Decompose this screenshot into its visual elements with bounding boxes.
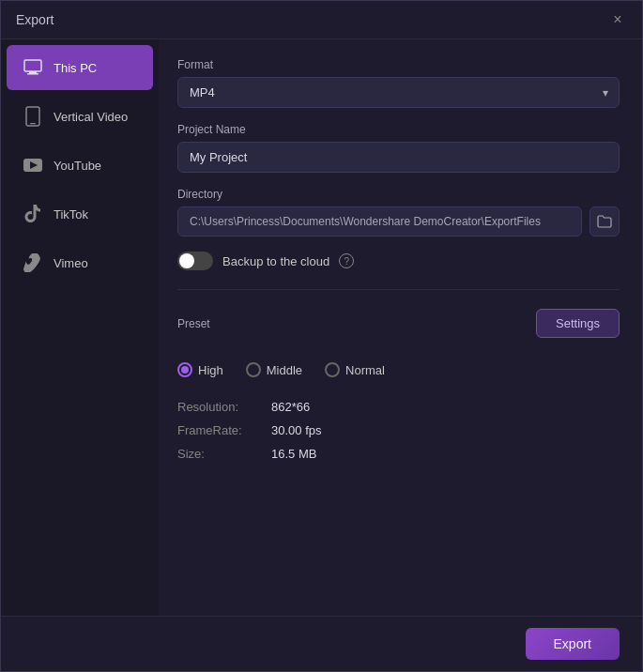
project-name-input[interactable] [177, 142, 620, 173]
backup-label: Backup to the cloud [222, 254, 329, 268]
sidebar-item-vimeo[interactable]: Vimeo [7, 240, 153, 285]
stats-section: Resolution: 862*66 FrameRate: 30.00 fps … [177, 400, 620, 461]
settings-button[interactable]: Settings [536, 309, 620, 338]
resolution-key: Resolution: [177, 400, 271, 414]
vimeo-icon [22, 252, 44, 274]
project-name-label: Project Name [177, 123, 620, 136]
directory-group: Directory [177, 188, 620, 237]
preset-radio-group: High Middle Normal [177, 362, 620, 377]
sidebar: This PC Vertical Video [1, 39, 159, 616]
preset-option-middle[interactable]: Middle [246, 362, 302, 377]
radio-normal [325, 362, 340, 377]
sidebar-label-this-pc: This PC [54, 61, 97, 75]
main-layout: This PC Vertical Video [1, 39, 642, 616]
preset-option-high[interactable]: High [177, 362, 223, 377]
svg-rect-1 [29, 71, 37, 73]
preset-normal-label: Normal [345, 363, 385, 377]
directory-input[interactable] [177, 206, 582, 237]
backup-row: Backup to the cloud ? [177, 252, 620, 270]
sidebar-label-vimeo: Vimeo [54, 256, 88, 270]
directory-label: Directory [177, 188, 620, 201]
size-row: Size: 16.5 MB [177, 447, 620, 461]
size-value: 16.5 MB [271, 447, 316, 461]
project-name-group: Project Name [177, 123, 620, 173]
sidebar-item-vertical-video[interactable]: Vertical Video [7, 94, 153, 139]
export-button[interactable]: Export [526, 628, 620, 660]
sidebar-item-youtube[interactable]: YouTube [7, 143, 153, 188]
export-window: Export × This PC [0, 0, 643, 672]
size-key: Size: [177, 447, 271, 461]
svg-rect-2 [27, 73, 38, 75]
vertical-video-icon [22, 105, 44, 128]
sidebar-label-vertical-video: Vertical Video [54, 110, 128, 124]
browse-folder-button[interactable] [589, 206, 620, 237]
toggle-thumb [179, 253, 194, 268]
tiktok-icon [22, 203, 44, 225]
preset-section-label: Preset [177, 317, 210, 330]
format-label: Format [177, 58, 620, 71]
sidebar-label-tiktok: TikTok [54, 207, 88, 221]
svg-rect-0 [24, 60, 41, 71]
preset-middle-label: Middle [267, 363, 302, 377]
radio-dot-high [181, 366, 189, 374]
radio-high [177, 362, 192, 377]
directory-row [177, 206, 620, 237]
resolution-value: 862*66 [271, 400, 310, 414]
format-select-wrapper: MP4 MOV AVI GIF ▾ [177, 77, 620, 108]
resolution-row: Resolution: 862*66 [177, 400, 620, 414]
preset-option-normal[interactable]: Normal [325, 362, 385, 377]
footer: Export [1, 616, 642, 671]
close-button[interactable]: × [608, 10, 627, 29]
format-group: Format MP4 MOV AVI GIF ▾ [177, 58, 620, 108]
radio-middle [246, 362, 261, 377]
framerate-row: FrameRate: 30.00 fps [177, 423, 620, 437]
format-select[interactable]: MP4 MOV AVI GIF [177, 77, 620, 108]
window-title: Export [16, 12, 54, 27]
titlebar: Export × [1, 1, 642, 39]
framerate-value: 30.00 fps [271, 423, 322, 437]
sidebar-item-tiktok[interactable]: TikTok [7, 191, 153, 237]
right-panel: Format MP4 MOV AVI GIF ▾ Project Name [159, 39, 642, 616]
svg-rect-4 [30, 123, 36, 124]
divider [177, 289, 620, 290]
help-icon[interactable]: ? [339, 253, 354, 268]
preset-high-label: High [198, 363, 223, 377]
framerate-key: FrameRate: [177, 423, 271, 437]
sidebar-item-this-pc[interactable]: This PC [7, 45, 153, 90]
youtube-icon [22, 154, 44, 176]
folder-icon [597, 215, 612, 228]
this-pc-icon [22, 56, 44, 79]
backup-toggle[interactable] [177, 252, 213, 270]
sidebar-label-youtube: YouTube [54, 159, 101, 173]
preset-header: Preset Settings [177, 309, 620, 338]
